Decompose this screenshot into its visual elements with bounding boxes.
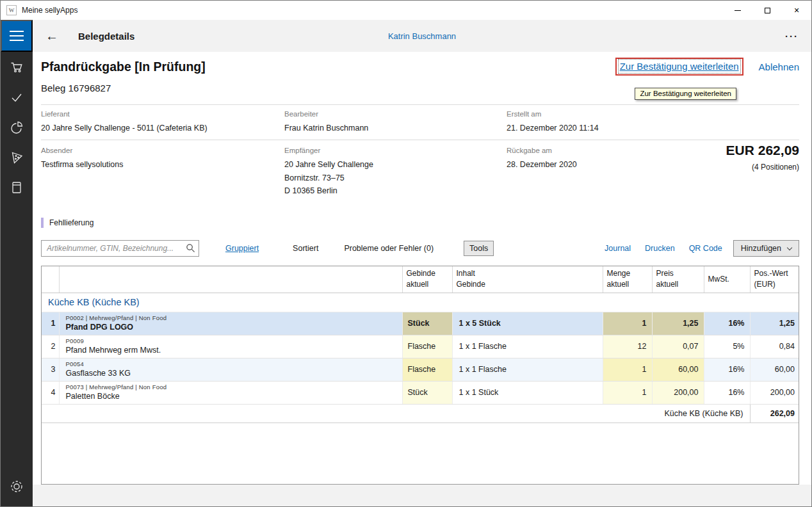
sidebar-item-check[interactable]	[1, 83, 33, 113]
inhalt-cell: 1 x 5 Stück	[452, 312, 603, 335]
group-total-value: 262,09	[750, 404, 799, 422]
field-label: Absender	[41, 147, 284, 154]
article-name: Pfand Mehrweg erm Mwst.	[66, 346, 398, 355]
gebinde-cell[interactable]: Flasche	[402, 358, 452, 381]
preis-cell[interactable]: 60,00	[652, 358, 704, 381]
window-controls: ×	[723, 1, 811, 20]
preis-cell[interactable]: 1,25	[652, 312, 704, 335]
close-button[interactable]: ×	[782, 1, 811, 20]
col-article[interactable]	[59, 266, 402, 293]
info-row-1: Lieferant 20 Jahre Selly Challenge - 501…	[41, 105, 799, 140]
mwst-cell: 16%	[704, 381, 750, 404]
pie-chart-icon	[10, 120, 24, 136]
col-preis[interactable]: Preis aktuell	[652, 266, 704, 293]
table-row[interactable]: 3 P0054 Gasflasche 33 KG Flasche 1 x 1 F…	[42, 358, 799, 381]
field-label: Empfänger	[284, 147, 507, 154]
book-icon	[10, 181, 24, 197]
col-gebinde[interactable]: Gebinde aktuell	[402, 266, 452, 293]
group-header-label: Küche KB (Küche KB)	[42, 293, 799, 312]
sidebar-item-catalog[interactable]	[1, 173, 33, 204]
pos-wert-cell: 0,84	[750, 335, 799, 358]
settings-button[interactable]	[1, 472, 33, 503]
sidebar-item-reports[interactable]	[1, 113, 33, 143]
row-number: 2	[42, 335, 59, 358]
menge-cell[interactable]: 12	[603, 335, 652, 358]
journal-link[interactable]: Journal	[605, 244, 631, 253]
col-menge[interactable]: Menge aktuell	[603, 266, 652, 293]
menge-cell[interactable]: 1	[603, 312, 652, 335]
inhalt-cell: 1 x 1 Stück	[452, 381, 603, 404]
field-lieferant: Lieferant 20 Jahre Selly Challenge - 501…	[41, 110, 284, 140]
add-button-label: Hinzufügen	[741, 244, 781, 253]
table-row[interactable]: 2 P0009 Pfand Mehrweg erm Mwst. Flasche …	[42, 335, 799, 358]
preis-cell[interactable]: 200,00	[652, 381, 704, 404]
row-number: 4	[42, 381, 59, 404]
article-name: Gasflasche 33 KG	[66, 369, 398, 378]
tooltip: Zur Bestätigung weiterleiten	[635, 88, 736, 100]
article-code: P0073 | Mehrweg/Pfand | Non Food	[66, 383, 398, 390]
maximize-button[interactable]	[752, 1, 782, 20]
article-cell: P0009 Pfand Mehrweg erm Mwst.	[59, 335, 402, 358]
search-icon	[186, 243, 195, 255]
print-link[interactable]: Drucken	[645, 244, 675, 253]
info-row-2: Absender Testfirma sellysolutions Empfän…	[41, 140, 799, 212]
article-name: Pfand DPG LOGO	[66, 323, 398, 332]
col-inhalt[interactable]: Inhalt Gebinde	[452, 266, 603, 293]
total-amount: EUR 262,09	[726, 143, 799, 158]
group-header-row[interactable]: Küche KB (Küche KB)	[42, 293, 799, 312]
chevron-down-icon	[787, 245, 792, 250]
app-window: W Meine sellyApps ×	[0, 0, 812, 507]
forward-for-confirmation-link[interactable]: Zur Bestätigung weiterleiten	[620, 61, 739, 72]
field-value: 20 Jahre Selly Challenge - 5011 (Cafeter…	[41, 122, 284, 135]
gear-icon	[9, 479, 24, 496]
sidebar-item-cart[interactable]	[1, 53, 33, 83]
check-icon	[10, 90, 24, 106]
tag-color-bar	[41, 218, 44, 228]
preis-cell[interactable]: 0,07	[652, 335, 704, 358]
field-label: Erstellt am	[507, 110, 799, 118]
user-link[interactable]: Katrin Buschmann	[388, 31, 456, 41]
sorted-toggle[interactable]: Sortiert	[293, 244, 318, 253]
row-number: 3	[42, 358, 59, 381]
more-options-button[interactable]: ···	[785, 31, 799, 42]
back-button[interactable]: ←	[45, 29, 58, 42]
reject-link[interactable]: Ablehnen	[759, 61, 799, 72]
inhalt-cell: 1 x 1 Flasche	[452, 358, 603, 381]
problems-filter[interactable]: Probleme oder Fehler (0)	[344, 244, 434, 253]
inhalt-cell: 1 x 1 Flasche	[452, 335, 603, 358]
gebinde-cell[interactable]: Stück	[402, 312, 452, 335]
col-number[interactable]	[42, 266, 59, 293]
sidebar-item-food[interactable]	[1, 143, 33, 173]
grouped-toggle[interactable]: Gruppiert	[225, 244, 259, 253]
tools-button[interactable]: Tools	[464, 241, 494, 256]
qr-code-link[interactable]: QR Code	[689, 244, 722, 253]
titlebar: W Meine sellyApps ×	[1, 1, 811, 20]
gebinde-cell[interactable]: Flasche	[402, 335, 452, 358]
document-header: Pfandrückgabe [In Prüfung] Beleg 1679682…	[41, 52, 799, 105]
mwst-cell: 16%	[704, 312, 750, 335]
menge-cell[interactable]: 1	[603, 381, 652, 404]
field-absender: Absender Testfirma sellysolutions	[41, 147, 284, 212]
menge-cell[interactable]: 1	[603, 358, 652, 381]
content: Pfandrückgabe [In Prüfung] Beleg 1679682…	[33, 52, 811, 485]
tag-row: Fehllieferung	[41, 217, 799, 229]
article-cell: P0073 | Mehrweg/Pfand | Non Food Palette…	[59, 381, 402, 404]
mwst-cell: 16%	[704, 358, 750, 381]
table-row[interactable]: 4 P0073 | Mehrweg/Pfand | Non Food Palet…	[42, 381, 799, 404]
article-cell: P0002 | Mehrweg/Pfand | Non Food Pfand D…	[59, 312, 402, 335]
article-code: P0009	[66, 337, 398, 344]
search-input[interactable]	[41, 240, 199, 257]
row-number: 1	[42, 312, 59, 335]
field-value: 21. Dezember 2020 11:14	[507, 122, 799, 135]
add-button[interactable]: Hinzufügen	[733, 240, 799, 257]
pizza-icon	[10, 150, 24, 166]
table-row[interactable]: 1 P0002 | Mehrweg/Pfand | Non Food Pfand…	[42, 312, 799, 335]
gebinde-cell[interactable]: Stück	[402, 381, 452, 404]
col-pos-wert[interactable]: Pos.-Wert (EUR)	[750, 266, 799, 293]
minimize-button[interactable]	[723, 1, 752, 20]
bottom-strip	[33, 485, 811, 507]
hamburger-menu-button[interactable]	[1, 20, 33, 52]
window-title: Meine sellyApps	[22, 6, 77, 15]
document-total: EUR 262,09 (4 Positionen)	[726, 143, 799, 172]
col-mwst[interactable]: MwSt.	[704, 266, 750, 293]
